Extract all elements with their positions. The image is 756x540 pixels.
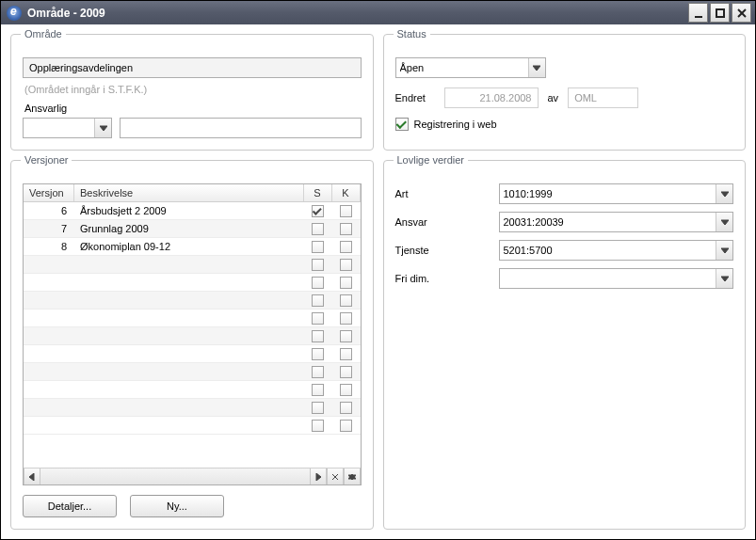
s-checkbox[interactable]	[312, 241, 324, 253]
s-checkbox[interactable]	[312, 348, 324, 360]
table-header: Versjon Beskrivelse S K	[24, 184, 361, 202]
k-checkbox[interactable]	[340, 205, 352, 217]
app-window: Område - 2009 Område (Området inngår i S…	[0, 0, 756, 540]
table-row[interactable]	[24, 399, 361, 417]
table-row[interactable]: 6Årsbudsjett 2 2009	[24, 202, 361, 220]
table-row[interactable]	[24, 417, 361, 435]
k-checkbox[interactable]	[340, 402, 352, 414]
reg-web-checkbox[interactable]	[395, 118, 409, 131]
cell-s	[304, 258, 332, 272]
s-checkbox[interactable]	[312, 402, 324, 414]
ansvarlig-combo-input[interactable]	[24, 119, 94, 137]
cell-versjon	[24, 263, 74, 265]
k-checkbox[interactable]	[340, 223, 352, 235]
close-button[interactable]	[732, 3, 751, 23]
cell-k	[332, 383, 361, 397]
dropdown-arrow-icon[interactable]	[716, 241, 732, 260]
tjenste-input[interactable]	[500, 241, 716, 260]
versjoner-panel: Versjoner Versjon Beskrivelse S K 6Årsbu…	[10, 160, 374, 530]
ansvar-input[interactable]	[500, 213, 716, 231]
table-expand-button[interactable]	[327, 469, 344, 484]
cell-versjon	[24, 371, 74, 373]
ansvarlig-text-input[interactable]	[120, 118, 362, 138]
dropdown-arrow-icon[interactable]	[94, 119, 111, 137]
cell-k	[332, 222, 361, 236]
dropdown-arrow-icon[interactable]	[716, 213, 732, 231]
dropdown-arrow-icon[interactable]	[528, 58, 545, 77]
cell-versjon	[24, 281, 74, 283]
dropdown-arrow-icon[interactable]	[716, 184, 732, 203]
ansvarlig-combo[interactable]	[23, 118, 112, 138]
k-checkbox[interactable]	[340, 348, 352, 360]
cell-beskrivelse: Grunnlag 2009	[74, 222, 304, 235]
k-checkbox[interactable]	[340, 259, 352, 271]
s-checkbox[interactable]	[312, 259, 324, 271]
omrade-name-input[interactable]	[23, 57, 362, 78]
minimize-icon	[693, 8, 704, 19]
versjoner-table[interactable]: Versjon Beskrivelse S K 6Årsbudsjett 2 2…	[23, 183, 362, 485]
col-k[interactable]: K	[332, 184, 361, 201]
s-checkbox[interactable]	[312, 312, 324, 325]
ansvar-combo[interactable]	[499, 212, 734, 232]
k-checkbox[interactable]	[340, 277, 352, 289]
lovlige-panel: Lovlige verdier Art Ansvar Tjenste	[383, 160, 747, 530]
table-row[interactable]: 8Økonomiplan 09-12	[24, 238, 361, 256]
table-row[interactable]	[24, 274, 361, 292]
table-collapse-button[interactable]	[344, 469, 361, 484]
s-checkbox[interactable]	[312, 277, 324, 289]
maximize-button[interactable]	[710, 3, 730, 23]
cell-versjon	[24, 389, 74, 390]
k-checkbox[interactable]	[340, 241, 352, 253]
table-row[interactable]	[24, 292, 361, 310]
k-checkbox[interactable]	[340, 330, 352, 342]
table-scrollbar[interactable]	[24, 468, 361, 484]
table-row[interactable]	[24, 381, 361, 399]
table-row[interactable]	[24, 363, 361, 381]
endret-user: OML	[568, 87, 638, 108]
tjenste-field: Tjenste	[395, 240, 734, 261]
fridim-combo[interactable]	[499, 268, 734, 289]
col-versjon[interactable]: Versjon	[24, 184, 74, 201]
cell-versjon	[24, 299, 74, 301]
s-checkbox[interactable]	[312, 384, 324, 396]
s-checkbox[interactable]	[312, 294, 324, 307]
k-checkbox[interactable]	[340, 294, 352, 307]
reg-web-row[interactable]: Registrering i web	[395, 118, 734, 131]
k-checkbox[interactable]	[340, 420, 352, 432]
scroll-right-button[interactable]	[310, 469, 327, 484]
svg-rect-1	[716, 9, 724, 17]
col-s[interactable]: S	[304, 184, 332, 201]
s-checkbox[interactable]	[312, 420, 324, 432]
titlebar[interactable]: Område - 2009	[1, 1, 755, 24]
cell-beskrivelse	[74, 371, 304, 373]
fridim-input[interactable]	[500, 269, 716, 288]
s-checkbox[interactable]	[312, 330, 324, 342]
cell-s	[304, 276, 332, 290]
table-row[interactable]: 7Grunnlag 2009	[24, 220, 361, 238]
cell-versjon: 8	[24, 240, 74, 253]
s-checkbox[interactable]	[312, 223, 324, 235]
tjenste-combo[interactable]	[499, 240, 734, 261]
s-checkbox[interactable]	[312, 366, 324, 378]
details-button[interactable]: Detaljer...	[23, 495, 117, 517]
table-row[interactable]	[24, 345, 361, 363]
art-input[interactable]	[500, 184, 716, 203]
status-combo[interactable]	[395, 57, 546, 78]
dropdown-arrow-icon[interactable]	[716, 269, 732, 288]
cell-s	[304, 240, 332, 254]
k-checkbox[interactable]	[340, 384, 352, 396]
scroll-track[interactable]	[40, 469, 310, 484]
table-row[interactable]	[24, 256, 361, 274]
table-row[interactable]	[24, 310, 361, 327]
s-checkbox[interactable]	[312, 205, 324, 217]
cell-versjon: 7	[24, 222, 74, 235]
minimize-button[interactable]	[688, 3, 708, 23]
col-beskrivelse[interactable]: Beskrivelse	[74, 184, 304, 201]
new-button[interactable]: Ny...	[130, 495, 224, 517]
k-checkbox[interactable]	[340, 312, 352, 325]
status-combo-input[interactable]	[396, 58, 528, 77]
table-row[interactable]	[24, 327, 361, 345]
k-checkbox[interactable]	[340, 366, 352, 378]
scroll-left-button[interactable]	[24, 469, 40, 484]
art-combo[interactable]	[499, 183, 734, 204]
